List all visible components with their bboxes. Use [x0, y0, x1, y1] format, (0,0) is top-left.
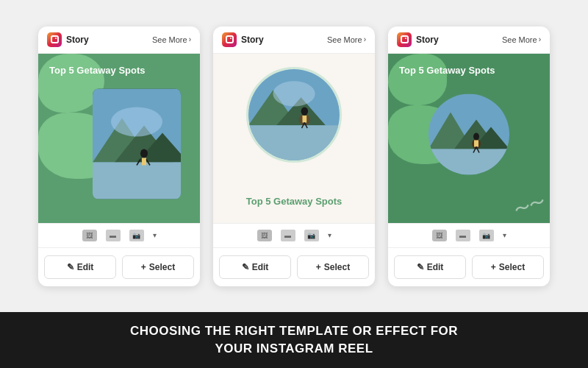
bottom-banner: CHOOSING THE RIGHT TEMPLATE OR EFFECT FO…: [0, 312, 588, 368]
decorative-blob-3: [388, 54, 447, 105]
story-label-2: Story: [241, 35, 264, 45]
chevron-right-icon-1: ›: [189, 35, 191, 43]
template-card-3: Story See More › Top 5 Getaway Spots: [388, 26, 550, 286]
template-card-1: Story See More › Top 5 Getaway Spots: [38, 26, 200, 286]
chevron-right-icon-2: ›: [364, 35, 366, 43]
camera-icon-1[interactable]: 📷: [129, 230, 144, 241]
select-button-1[interactable]: + Select: [122, 255, 194, 279]
see-more-link-3[interactable]: See More ›: [502, 35, 541, 44]
instagram-icon-2: [222, 32, 237, 47]
image-icon-1[interactable]: 🖼: [82, 230, 97, 241]
card-buttons-3: ✎ Edit + Select: [388, 248, 550, 286]
banner-line-2: YOUR INSTAGRAM REEL: [15, 340, 573, 358]
svg-rect-24: [429, 149, 509, 174]
decorative-swirl: 〜〜: [511, 190, 549, 222]
select-button-2[interactable]: + Select: [297, 255, 369, 279]
select-button-3[interactable]: + Select: [472, 255, 544, 279]
card-preview-2: Top 5 Getaway Spots: [213, 54, 375, 223]
svg-point-6: [140, 149, 148, 158]
edit-button-1[interactable]: ✎ Edit: [44, 255, 116, 279]
card3-title-text: Top 5 Getaway Spots: [399, 65, 495, 77]
card1-title-text: Top 5 Getaway Spots: [49, 65, 146, 77]
plus-icon-1: +: [141, 262, 146, 272]
image-icon-3[interactable]: 🖼: [432, 230, 447, 241]
svg-rect-17: [302, 116, 306, 123]
dropdown-icon-1[interactable]: ▾: [153, 231, 157, 239]
see-more-link-2[interactable]: See More ›: [327, 35, 366, 44]
edit-pencil-icon-3: ✎: [417, 262, 424, 272]
card-preview-1: Top 5 Getaway Spots: [38, 54, 200, 223]
svg-point-16: [301, 107, 309, 115]
svg-rect-7: [142, 158, 146, 165]
camera-icon-3[interactable]: 📷: [479, 230, 494, 241]
card-header-2: Story See More ›: [213, 26, 375, 54]
template-card-2: Story See More ›: [213, 26, 375, 286]
svg-point-5: [111, 107, 162, 136]
card2-title-text: Top 5 Getaway Spots: [213, 196, 375, 208]
cards-area: Story See More › Top 5 Getaway Spots: [0, 0, 588, 312]
card-toolbar-3: 🖼 ▬ 📷 ▾: [388, 223, 550, 248]
svg-rect-27: [474, 140, 478, 146]
instagram-icon-1: [47, 32, 62, 47]
card-preview-3: Top 5 Getaway Spots 〜〜: [388, 54, 550, 223]
film-icon-2[interactable]: ▬: [281, 230, 295, 241]
card-header-3: Story See More ›: [388, 26, 550, 54]
card-buttons-2: ✎ Edit + Select: [213, 248, 375, 286]
card-header-1: Story See More ›: [38, 26, 200, 54]
camera-icon-2[interactable]: 📷: [304, 230, 319, 241]
edit-button-2[interactable]: ✎ Edit: [219, 255, 291, 279]
edit-button-3[interactable]: ✎ Edit: [394, 255, 466, 279]
edit-pencil-icon-1: ✎: [67, 262, 74, 272]
card-buttons-1: ✎ Edit + Select: [38, 248, 200, 286]
chevron-right-icon-3: ›: [539, 35, 541, 43]
edit-pencil-icon-2: ✎: [242, 262, 249, 272]
dropdown-icon-2[interactable]: ▾: [328, 231, 331, 239]
banner-line-1: CHOOSING THE RIGHT TEMPLATE OR EFFECT FO…: [15, 322, 573, 340]
story-label-1: Story: [66, 35, 89, 45]
svg-rect-4: [93, 162, 181, 199]
card1-photo: [93, 88, 181, 199]
card3-circle-photo: [429, 93, 509, 174]
image-icon-2[interactable]: 🖼: [257, 230, 272, 241]
instagram-icon-3: [397, 32, 412, 47]
plus-icon-2: +: [316, 262, 321, 272]
svg-point-14: [273, 81, 315, 106]
plus-icon-3: +: [491, 262, 496, 272]
card-toolbar-1: 🖼 ▬ 📷 ▾: [38, 223, 200, 248]
film-icon-1[interactable]: ▬: [106, 230, 121, 241]
svg-point-26: [473, 132, 479, 140]
see-more-link-1[interactable]: See More ›: [152, 35, 191, 44]
film-icon-3[interactable]: ▬: [456, 230, 470, 241]
svg-rect-13: [248, 125, 340, 160]
dropdown-icon-3[interactable]: ▾: [503, 231, 506, 239]
card2-circle-photo: [246, 67, 342, 163]
card-toolbar-2: 🖼 ▬ 📷 ▾: [213, 223, 375, 248]
story-label-3: Story: [416, 35, 439, 45]
